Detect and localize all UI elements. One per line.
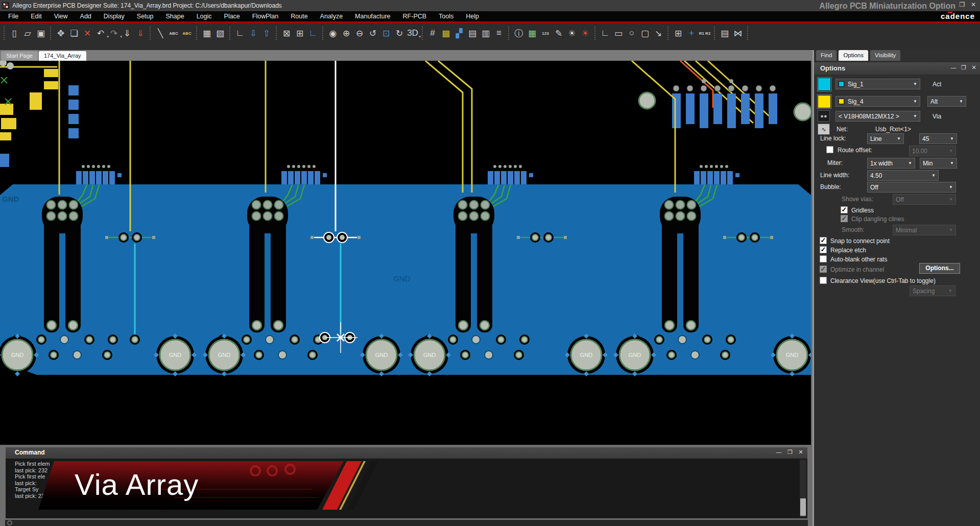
- copy-icon[interactable]: ❏: [67, 26, 81, 40]
- menu-rf-pcb[interactable]: RF-PCB: [397, 12, 433, 21]
- miter-type-select[interactable]: 1x width ▼: [867, 158, 915, 169]
- view-3d-icon[interactable]: 3D▾: [406, 26, 419, 40]
- shadow-mode-icon[interactable]: ▤: [466, 26, 479, 40]
- via-unused[interactable]: [60, 336, 68, 344]
- zoom-in-icon[interactable]: ⊕: [340, 26, 353, 40]
- undo-icon[interactable]: ↶▾: [94, 26, 107, 40]
- smd-pad-blue[interactable]: [308, 171, 314, 184]
- menu-edit[interactable]: Edit: [25, 12, 48, 21]
- drill-customize-icon[interactable]: +: [685, 26, 698, 40]
- pin-icon[interactable]: ⇓: [121, 26, 134, 40]
- smd-pad-blue[interactable]: [117, 173, 122, 177]
- smd-pad-blue[interactable]: [529, 173, 533, 177]
- menu-view[interactable]: View: [48, 12, 74, 21]
- new-drawing-icon[interactable]: ▯: [8, 26, 21, 40]
- smd-bar-blue[interactable]: [686, 93, 695, 124]
- line-lock-angle-select[interactable]: 45 ▼: [919, 133, 957, 144]
- smd-bar-blue[interactable]: [769, 93, 777, 124]
- shape-slide-icon[interactable]: ↘: [652, 26, 665, 40]
- via-unused[interactable]: [472, 336, 480, 344]
- smd-pad-yellow[interactable]: [44, 81, 58, 89]
- drill-legend-icon[interactable]: ⊞: [672, 26, 685, 40]
- round-pad[interactable]: [639, 92, 655, 109]
- smd-pad-blue[interactable]: [295, 171, 300, 184]
- zoom-selection-icon[interactable]: ⊡: [379, 26, 393, 40]
- menu-tools[interactable]: Tools: [433, 12, 460, 21]
- color-dialog-icon[interactable]: ▩: [439, 26, 452, 40]
- menu-analyze[interactable]: Analyze: [314, 12, 349, 21]
- redo-icon[interactable]: ↷▾: [107, 26, 121, 40]
- active-layer-swatch[interactable]: [818, 78, 831, 91]
- minimized-window-icon[interactable]: [7, 520, 12, 525]
- smd-pad-yellow[interactable]: [44, 69, 58, 77]
- restore-window-icon[interactable]: ❐: [958, 1, 967, 8]
- restore-panel-icon[interactable]: ❐: [960, 64, 968, 71]
- unpin-icon[interactable]: ⇓: [134, 26, 147, 40]
- menu-route[interactable]: Route: [284, 12, 314, 21]
- tab-start-page[interactable]: Start Page: [1, 51, 38, 61]
- smd-pad-yellow[interactable]: [0, 132, 11, 140]
- scrollbar-thumb[interactable]: [800, 498, 806, 516]
- smd-bar-blue[interactable]: [700, 93, 708, 128]
- edit-text-icon[interactable]: ABC: [180, 26, 194, 40]
- scriptlet-icon[interactable]: ≡: [492, 26, 506, 40]
- smd-pad-yellow[interactable]: [0, 104, 13, 115]
- line-width-select[interactable]: 4.50 ▼: [867, 170, 939, 181]
- menu-manufacture[interactable]: Manufacture: [349, 12, 396, 21]
- smd-bar-blue[interactable]: [741, 93, 750, 124]
- menu-display[interactable]: Display: [98, 12, 131, 21]
- active-layer-select[interactable]: Sig_1 ▼: [835, 79, 920, 89]
- layer-visibility-icon[interactable]: ▞: [452, 26, 466, 40]
- add-connect-icon[interactable]: ∟: [233, 26, 247, 40]
- color-apply-icon[interactable]: ✎: [552, 26, 565, 40]
- panel-tab-find[interactable]: Find: [816, 50, 836, 61]
- smd-pad-blue[interactable]: [89, 171, 95, 184]
- shape-circular-icon[interactable]: ○: [625, 26, 638, 40]
- shape-rectangular-icon[interactable]: ▭: [612, 26, 625, 40]
- cross-section-icon[interactable]: ▥: [479, 26, 492, 40]
- route-ascend-icon[interactable]: ⇧: [260, 26, 273, 40]
- smd-bar-blue[interactable]: [755, 93, 763, 128]
- smd-pad-blue[interactable]: [96, 171, 102, 184]
- optimize-options-button[interactable]: Options...: [919, 263, 960, 274]
- smd-pad-blue[interactable]: [727, 171, 733, 184]
- custom-smooth-icon[interactable]: ∟: [599, 26, 612, 40]
- restore-command-icon[interactable]: ❐: [786, 449, 794, 456]
- elongated-pad[interactable]: [271, 214, 286, 332]
- elongated-pad[interactable]: [65, 214, 81, 332]
- add-text-icon[interactable]: ABC: [167, 26, 180, 40]
- add-symbol-icon[interactable]: ▦: [200, 26, 213, 40]
- zoom-out-icon[interactable]: ⊖: [353, 26, 366, 40]
- via-unused[interactable]: [691, 351, 699, 359]
- menu-help[interactable]: Help: [460, 12, 485, 21]
- smd-pad-blue[interactable]: [501, 171, 507, 184]
- panel-tab-visibility[interactable]: Visibility: [870, 50, 900, 61]
- close-panel-icon[interactable]: ✕: [970, 64, 978, 71]
- smd-pad-blue[interactable]: [494, 171, 500, 184]
- elongated-pad[interactable]: [683, 214, 699, 332]
- move-icon[interactable]: ✥: [54, 26, 67, 40]
- smd-pad-blue[interactable]: [694, 171, 700, 184]
- menu-flowplan[interactable]: FlowPlan: [246, 12, 284, 21]
- redraw-icon[interactable]: ↻: [393, 26, 406, 40]
- smd-pad-blue[interactable]: [0, 154, 9, 167]
- route-descend-icon[interactable]: ⇩: [247, 26, 260, 40]
- zoom-previous-icon[interactable]: ↺: [366, 26, 379, 40]
- artwork-film-icon[interactable]: ⋈: [731, 26, 745, 40]
- close-command-icon[interactable]: ✕: [797, 449, 805, 456]
- menu-place[interactable]: Place: [218, 12, 246, 21]
- smd-pad-blue[interactable]: [315, 171, 320, 184]
- smd-pad-yellow[interactable]: [1, 118, 16, 129]
- smd-pad-blue[interactable]: [521, 171, 527, 184]
- via-unused[interactable]: [266, 336, 274, 344]
- round-pad[interactable]: [794, 103, 811, 121]
- alt-layer-select[interactable]: Sig_4 ▼: [835, 96, 920, 107]
- smd-pad-blue[interactable]: [301, 171, 307, 184]
- smd-pad-blue[interactable]: [281, 171, 287, 184]
- close-window-icon[interactable]: ✕: [969, 1, 978, 8]
- route-offset-checkbox[interactable]: [826, 146, 833, 153]
- add-line-icon[interactable]: ╲: [154, 26, 167, 40]
- elongated-pad[interactable]: [44, 214, 59, 332]
- minimize-panel-icon[interactable]: —: [949, 64, 958, 70]
- command-scrollbar[interactable]: [800, 460, 806, 517]
